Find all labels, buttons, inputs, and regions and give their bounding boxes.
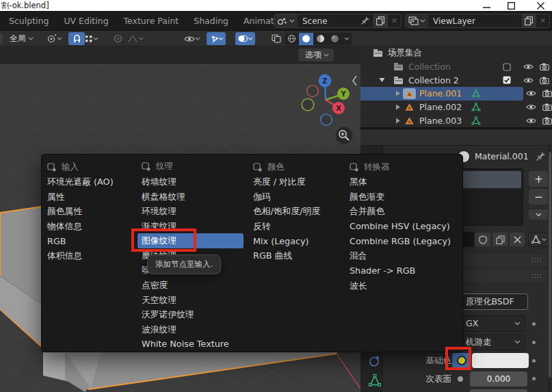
menu-item-沃罗诺伊纹理[interactable]: 沃罗诺伊纹理 bbox=[137, 307, 244, 322]
axis-gizmo[interactable]: Z Y X bbox=[302, 75, 350, 126]
shading-wireframe-button[interactable] bbox=[285, 33, 299, 45]
menu-item-颜色渐变[interactable]: 颜色渐变 bbox=[345, 190, 453, 205]
viewlayer-icon-dropdown[interactable] bbox=[406, 14, 428, 27]
menu-item-环境纹理[interactable]: 环境纹理 bbox=[137, 204, 244, 219]
disable-render-icon[interactable] bbox=[540, 77, 549, 84]
pivot-point-dropdown[interactable] bbox=[44, 32, 64, 45]
menu-item-shader-rgb[interactable]: Shader -> RGB bbox=[345, 263, 453, 278]
decorator-dot[interactable] bbox=[532, 322, 536, 326]
minimize-button[interactable] bbox=[479, 1, 494, 10]
shading-dropdown[interactable] bbox=[342, 33, 352, 45]
disable-render-icon[interactable] bbox=[540, 63, 549, 70]
snap-target-dropdown[interactable] bbox=[83, 32, 101, 45]
unlink-material-button[interactable] bbox=[509, 232, 525, 247]
menu-item-combine-rgb-legacy-[interactable]: Combine RGB (Legacy) bbox=[345, 234, 453, 249]
hide-viewport-icon[interactable] bbox=[526, 103, 536, 111]
slot-add-button[interactable]: + bbox=[528, 170, 549, 187]
decorator-dot[interactable] bbox=[532, 341, 536, 344]
menu-item-天空纹理[interactable]: 天空纹理 bbox=[137, 293, 244, 308]
gizmos-dropdown[interactable] bbox=[207, 32, 226, 45]
axis-minus-z[interactable] bbox=[321, 114, 332, 125]
menu-item-combine-hsv-legacy-[interactable]: Combine HSV (Legacy) bbox=[345, 219, 453, 234]
disable-render-icon[interactable] bbox=[542, 90, 552, 97]
menu-item-环境光遮蔽-ao-[interactable]: 环境光遮蔽 (AO) bbox=[43, 174, 132, 190]
disclosure-down-icon[interactable] bbox=[379, 77, 385, 83]
menu-item-伽玛[interactable]: 伽玛 bbox=[249, 190, 340, 205]
viewlayer-new-button[interactable] bbox=[521, 14, 536, 27]
menu-item-棋盘格纹理[interactable]: 棋盘格纹理 bbox=[137, 190, 244, 205]
visibility-dropdown[interactable] bbox=[182, 32, 202, 45]
menu-item-黑体[interactable]: 黑体 bbox=[345, 174, 453, 190]
menu-item-mix-legacy-[interactable]: Mix (Legacy) bbox=[249, 234, 340, 249]
outliner-row--[interactable]: 场景集合 bbox=[360, 47, 552, 60]
disclosure-right-icon[interactable] bbox=[395, 118, 401, 124]
menu-item-波长[interactable]: 波长 bbox=[345, 278, 453, 293]
menu-item-混合[interactable]: 混合 bbox=[345, 248, 453, 263]
breadcrumb-pin-button[interactable] bbox=[536, 152, 545, 161]
axis-minus-y[interactable] bbox=[302, 99, 314, 111]
viewlayer-selector[interactable]: ViewLayer ✕ bbox=[405, 14, 550, 28]
tab-physics[interactable] bbox=[367, 354, 381, 368]
outliner-row-collection[interactable]: Collection bbox=[360, 60, 552, 74]
menu-item-white-noise-texture[interactable]: White Noise Texture bbox=[137, 337, 244, 352]
decorator-dot[interactable] bbox=[532, 377, 536, 380]
properties-scrollbar[interactable] bbox=[548, 146, 551, 392]
menu-item-色相-饱和度-明度[interactable]: 色相/饱和度/明度 bbox=[249, 204, 340, 219]
menu-item-属性[interactable]: 属性 bbox=[43, 190, 132, 205]
menu-item-rgb-曲线[interactable]: RGB 曲线 bbox=[249, 248, 340, 263]
close-button[interactable] bbox=[533, 1, 548, 10]
checkbox-empty-icon[interactable] bbox=[503, 63, 511, 71]
viewport-options-dropdown[interactable]: 选项 bbox=[298, 49, 334, 62]
decorator-dot[interactable] bbox=[532, 359, 536, 363]
subsurface-socket-button[interactable] bbox=[452, 371, 469, 387]
hide-viewport-icon[interactable] bbox=[526, 117, 536, 125]
menu-item-rgb[interactable]: RGB bbox=[43, 234, 132, 249]
fake-user-button[interactable] bbox=[475, 232, 491, 247]
proportional-edit-button[interactable] bbox=[108, 32, 127, 45]
tab-object-data[interactable] bbox=[368, 374, 382, 388]
collection-checkbox[interactable] bbox=[503, 76, 511, 84]
transform-orientation-dropdown[interactable]: 全局 bbox=[5, 32, 36, 45]
shading-material-button[interactable] bbox=[313, 33, 328, 45]
menu-item-点密度[interactable]: 点密度 bbox=[137, 278, 244, 293]
outliner-row-collection-2[interactable]: Collection 2 bbox=[360, 73, 552, 87]
disclosure-right-icon[interactable] bbox=[395, 90, 401, 96]
base-color-swatch[interactable] bbox=[472, 353, 529, 368]
slot-specials-dropdown[interactable] bbox=[528, 209, 549, 220]
panel-drag-grip[interactable] bbox=[531, 274, 542, 279]
tab-texture-paint[interactable]: Texture Paint bbox=[116, 11, 187, 31]
overlays-dropdown[interactable] bbox=[235, 32, 255, 45]
proportional-falloff-dropdown[interactable] bbox=[125, 32, 146, 45]
menu-item-物体信息[interactable]: 物体信息 bbox=[43, 219, 132, 234]
hide-viewport-icon[interactable] bbox=[523, 77, 534, 84]
disable-render-icon[interactable] bbox=[542, 103, 552, 111]
disable-render-icon[interactable] bbox=[542, 117, 552, 125]
menu-item-波浪纹理[interactable]: 波浪纹理 bbox=[137, 322, 244, 337]
scene-pin-button[interactable] bbox=[358, 14, 372, 27]
disclosure-right-icon[interactable] bbox=[395, 104, 401, 110]
subsurface-slider[interactable]: 0.000 bbox=[470, 371, 527, 387]
tab-uv-editing[interactable]: UV Editing bbox=[56, 11, 116, 31]
hide-viewport-icon[interactable] bbox=[526, 90, 536, 97]
checkbox-checked-icon[interactable] bbox=[503, 76, 511, 84]
tab-sculpting[interactable]: Sculpting bbox=[1, 11, 56, 31]
xray-toggle-button[interactable] bbox=[267, 32, 286, 45]
scene-unlink-button[interactable]: ✕ bbox=[388, 14, 401, 27]
scene-selector[interactable]: Scene ✕ bbox=[274, 14, 402, 28]
slot-remove-button[interactable]: − bbox=[528, 188, 549, 205]
scene-new-button[interactable] bbox=[372, 14, 388, 27]
shading-solid-button[interactable] bbox=[299, 33, 313, 45]
collection-checkbox[interactable] bbox=[503, 63, 511, 71]
menu-item-砖墙纹理[interactable]: 砖墙纹理 bbox=[137, 174, 244, 190]
maximize-button[interactable] bbox=[503, 1, 518, 10]
panel-drag-grip[interactable] bbox=[531, 259, 542, 263]
shading-rendered-button[interactable] bbox=[328, 33, 342, 45]
hide-viewport-icon[interactable] bbox=[523, 63, 534, 70]
menu-item-颜色属性[interactable]: 颜色属性 bbox=[43, 204, 132, 219]
outliner-row-plane-003[interactable]: Plane.003 bbox=[360, 114, 552, 127]
outliner-row-plane-002[interactable]: Plane.002 bbox=[360, 101, 552, 114]
sidebar-collapse-arrow[interactable] bbox=[353, 76, 356, 86]
scene-icon-dropdown[interactable] bbox=[274, 14, 298, 27]
scrollbar-thumb[interactable] bbox=[549, 152, 551, 378]
outliner-row-plane-001[interactable]: Plane.001 bbox=[360, 87, 552, 101]
